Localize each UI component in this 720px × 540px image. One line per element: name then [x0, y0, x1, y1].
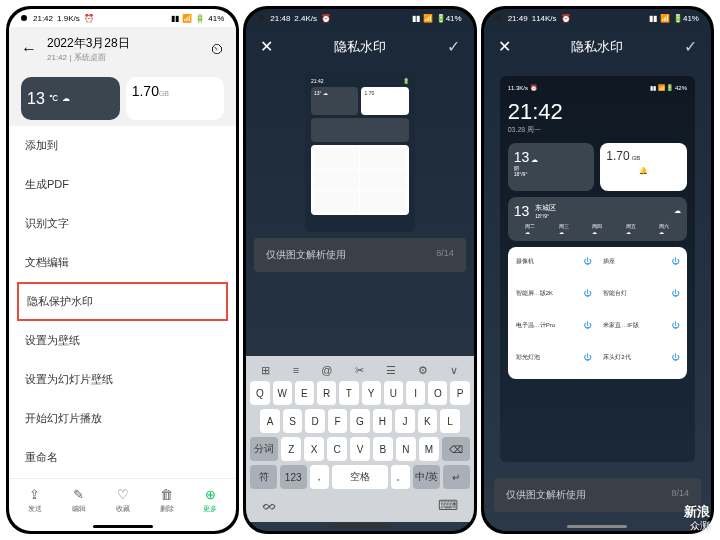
screenshot-header: ← 2022年3月28日 21:42 | 系统桌面 ⏲ — [9, 27, 236, 71]
menu-doc-edit[interactable]: 文档编辑 — [25, 243, 220, 282]
status-bar: 21:482.4K/s⏰ ▮▮📶🔋41% — [246, 9, 473, 27]
delete-button[interactable]: 🗑删除 — [160, 487, 174, 514]
page-title: 隐私水印 — [334, 38, 386, 56]
key-M[interactable]: M — [419, 437, 439, 461]
key-分词[interactable]: 分词 — [250, 437, 278, 461]
image-preview[interactable]: 11.3K/s ⏰▮▮ 📶 🔋 42% 21:42 03.28 周一 13 ☁阴… — [500, 76, 695, 462]
keyboard: ⊞≡@✂☰⚙∨ QWERTYUIOP ASDFGHJKL 分词ZXCVBNM⌫ … — [246, 356, 473, 522]
confirm-icon[interactable]: ✓ — [684, 37, 697, 56]
menu-privacy-watermark[interactable]: 隐私保护水印 — [17, 282, 228, 321]
phone-3: 21:49114K/s⏰ ▮▮📶🔋41% ✕ 隐私水印 ✓ 11.3K/s ⏰▮… — [481, 6, 714, 534]
key-I[interactable]: I — [406, 381, 425, 405]
key-。[interactable]: 。 — [391, 465, 410, 489]
key-J[interactable]: J — [395, 409, 414, 433]
key-W[interactable]: W — [273, 381, 292, 405]
key-K[interactable]: K — [418, 409, 437, 433]
kb-tool[interactable]: ⊞ — [261, 364, 270, 377]
close-icon[interactable]: ✕ — [260, 37, 273, 56]
favorite-button[interactable]: ♡收藏 — [116, 487, 130, 514]
actions-menu: 添加到 生成PDF 识别文字 文档编辑 隐私保护水印 设置为壁纸 设置为幻灯片壁… — [9, 126, 236, 478]
voice-icon[interactable]: ᨖ — [262, 497, 277, 514]
key-S[interactable]: S — [283, 409, 302, 433]
clock-icon[interactable]: ⏲ — [210, 41, 224, 57]
key-G[interactable]: G — [350, 409, 369, 433]
key-T[interactable]: T — [339, 381, 358, 405]
key-空格[interactable]: 空格 — [332, 465, 389, 489]
key-中/英[interactable]: 中/英 — [413, 465, 440, 489]
watermark-input[interactable]: 仅供图文解析使用 8/14 — [254, 238, 465, 272]
key-P[interactable]: P — [450, 381, 469, 405]
key-N[interactable]: N — [396, 437, 416, 461]
widget-preview: 13℃☁ 1.70GB — [9, 71, 236, 126]
device-cell[interactable]: 摄像机 — [512, 251, 596, 279]
status-bar: 21:49114K/s⏰ ▮▮📶🔋41% — [484, 9, 711, 27]
device-cell[interactable]: 智能屏…版2K — [512, 283, 596, 311]
menu-set-wallpaper[interactable]: 设置为壁纸 — [25, 321, 220, 360]
edit-button[interactable]: ✎编辑 — [72, 487, 86, 514]
key-D[interactable]: D — [305, 409, 324, 433]
menu-start-slideshow[interactable]: 开始幻灯片播放 — [25, 399, 220, 438]
device-cell[interactable]: 床头灯2代 — [599, 347, 683, 375]
key-Q[interactable]: Q — [250, 381, 269, 405]
keyboard-switch-icon[interactable]: ⌨ — [438, 497, 458, 514]
key-R[interactable]: R — [317, 381, 336, 405]
sina-watermark: 新浪 众测 — [684, 504, 710, 532]
more-button[interactable]: ⊕更多 — [203, 487, 217, 514]
menu-rename[interactable]: 重命名 — [25, 438, 220, 477]
device-cell[interactable]: 插座 — [599, 251, 683, 279]
key-H[interactable]: H — [373, 409, 392, 433]
keyboard-toolbar: ⊞≡@✂☰⚙∨ — [250, 360, 469, 381]
weather-widget: 13东城区18°/9°☁ 周二☁周三☁周四☁周五☁周六☁ — [508, 197, 687, 241]
watermark-header: ✕ 隐私水印 ✓ — [246, 27, 473, 66]
key-C[interactable]: C — [327, 437, 347, 461]
home-indicator[interactable] — [567, 525, 627, 528]
key-123[interactable]: 123 — [280, 465, 307, 489]
key-E[interactable]: E — [295, 381, 314, 405]
key-X[interactable]: X — [304, 437, 324, 461]
key-符[interactable]: 符 — [250, 465, 277, 489]
home-indicator[interactable] — [330, 525, 390, 528]
send-button[interactable]: ⇪发送 — [28, 487, 42, 514]
preview-time: 21:42 — [508, 99, 687, 125]
header-sub: 21:42 | 系统桌面 — [47, 52, 200, 63]
watermark-input[interactable]: 仅供图文解析使用 8/14 — [494, 478, 701, 512]
key-A[interactable]: A — [260, 409, 279, 433]
menu-ocr[interactable]: 识别文字 — [25, 204, 220, 243]
key-L[interactable]: L — [440, 409, 459, 433]
menu-add-to[interactable]: 添加到 — [25, 126, 220, 165]
device-cell[interactable]: 米家直…IF版 — [599, 315, 683, 343]
device-cell[interactable]: 智能台灯 — [599, 283, 683, 311]
key-U[interactable]: U — [384, 381, 403, 405]
close-icon[interactable]: ✕ — [498, 37, 511, 56]
device-cell[interactable]: 电子温…计Pro — [512, 315, 596, 343]
phone-1: 21:421.9K/s⏰ ▮▮📶🔋41% ← 2022年3月28日 21:42 … — [6, 6, 239, 534]
key-⌫[interactable]: ⌫ — [442, 437, 470, 461]
key-，[interactable]: ， — [310, 465, 329, 489]
home-indicator[interactable] — [93, 525, 153, 528]
device-cell[interactable]: 彩光灯泡 — [512, 347, 596, 375]
status-bar: 21:421.9K/s⏰ ▮▮📶🔋41% — [9, 9, 236, 27]
bottom-toolbar: ⇪发送 ✎编辑 ♡收藏 🗑删除 ⊕更多 — [9, 478, 236, 522]
menu-set-slideshow-wallpaper[interactable]: 设置为幻灯片壁纸 — [25, 360, 220, 399]
watermark-header: ✕ 隐私水印 ✓ — [484, 27, 711, 66]
image-preview[interactable]: 21:42🔋 13° ☁ 1.70 — [305, 72, 415, 232]
key-↵[interactable]: ↵ — [443, 465, 470, 489]
key-O[interactable]: O — [428, 381, 447, 405]
status-time: 21:42 — [33, 14, 53, 23]
key-Z[interactable]: Z — [281, 437, 301, 461]
key-Y[interactable]: Y — [362, 381, 381, 405]
menu-generate-pdf[interactable]: 生成PDF — [25, 165, 220, 204]
key-B[interactable]: B — [373, 437, 393, 461]
back-icon[interactable]: ← — [21, 40, 37, 58]
page-title: 隐私水印 — [571, 38, 623, 56]
key-V[interactable]: V — [350, 437, 370, 461]
header-date: 2022年3月28日 — [47, 35, 200, 52]
phone-2: 21:482.4K/s⏰ ▮▮📶🔋41% ✕ 隐私水印 ✓ 21:42🔋 13°… — [243, 6, 476, 534]
smart-home-grid: 摄像机插座智能屏…版2K智能台灯电子温…计Pro米家直…IF版彩光灯泡床头灯2代 — [508, 247, 687, 379]
confirm-icon[interactable]: ✓ — [447, 37, 460, 56]
key-F[interactable]: F — [328, 409, 347, 433]
